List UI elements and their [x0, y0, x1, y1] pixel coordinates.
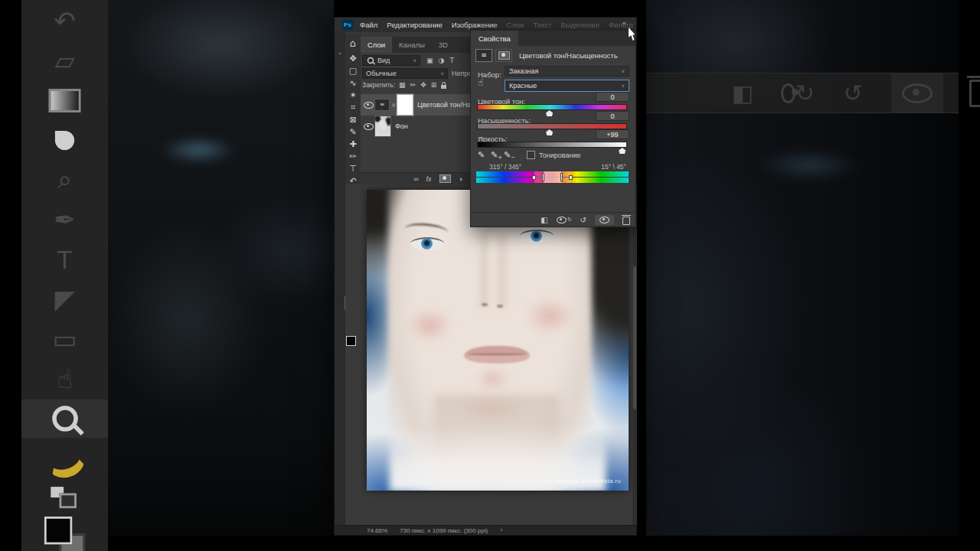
adjustment-layer-thumbnail[interactable]: ≡ [374, 99, 390, 111]
preset-select[interactable]: Заказная ∨ [505, 66, 629, 77]
new-adjustment-layer-icon[interactable]: ◑ [459, 175, 462, 183]
filter-type-layers-icon[interactable]: T [449, 57, 454, 64]
hue-slider[interactable] [477, 104, 627, 110]
layer-name[interactable]: Фон [395, 122, 408, 130]
targeted-adjustment-hand-icon[interactable]: ☝ [478, 78, 483, 87]
reset-icon[interactable]: ↺ [580, 216, 586, 224]
letterbox-bottom [108, 536, 959, 551]
range-handle-inner-left[interactable] [542, 173, 544, 181]
saturation-slider[interactable] [477, 123, 627, 129]
tab-channels[interactable]: Каналы [392, 37, 432, 53]
range-left-value: 315° / 345° [489, 163, 521, 171]
lock-icons[interactable]: ▦ ✏ ✥ ⊞ [399, 82, 446, 89]
menu-item-7[interactable]: Фильтр [609, 21, 633, 29]
mask-icon[interactable] [495, 49, 512, 62]
blend-mode-select[interactable]: Обычные ∨ [362, 68, 448, 79]
range-handle-inner-right[interactable] [560, 173, 563, 181]
lightness-slider[interactable] [477, 142, 627, 148]
menu-item-4[interactable]: Слои [507, 21, 524, 29]
layer-effects-icon[interactable]: fx [426, 175, 432, 183]
clone-stamp-tool[interactable]: ⊤ [345, 162, 361, 174]
frame-tool[interactable]: ⊠ [345, 113, 361, 126]
home-button[interactable]: ⌂ [345, 34, 361, 52]
mask-link-icon[interactable]: ∞ [390, 102, 396, 109]
bg-hand-tool: ☝ [21, 360, 108, 398]
hue-range-labels: 315° / 345° 15° \ 45° [489, 163, 626, 171]
lightness-row: Яркость: +99 [478, 131, 635, 141]
menu-item-2[interactable]: Редактирование [387, 21, 442, 29]
channel-select[interactable]: Красные ∨ [505, 80, 629, 92]
expand-dock-icon[interactable]: » [338, 51, 341, 57]
layer-row-adjustment[interactable]: ≡ ∞ Цветовой тон/Насыщенность [361, 94, 470, 116]
range-handle-outer-left[interactable] [532, 175, 536, 180]
lips [464, 346, 530, 364]
filter-kind-icons[interactable]: ▣ ◑ T [426, 57, 454, 64]
filter-adjustment-layers-icon[interactable]: ◑ [439, 57, 445, 64]
eyedropper-icon[interactable]: ✎ [478, 151, 491, 159]
blend-mode-row: Обычные ∨ Непрозрачность [362, 68, 470, 79]
clip-to-layer-icon[interactable]: ◧ [541, 216, 547, 224]
layer-mask-thumbnail[interactable] [397, 94, 413, 116]
move-tool[interactable]: ✥ [345, 52, 361, 64]
lock-transparent-icon[interactable]: ▦ [399, 82, 406, 89]
magic-wand-tool[interactable]: ✶ [345, 89, 361, 101]
layer-filter-select[interactable]: Вид ∨ [362, 55, 420, 66]
filter-pixel-layers-icon[interactable]: ▣ [426, 57, 433, 64]
range-handle-outer-right[interactable] [569, 175, 573, 180]
lightness-slider-thumb[interactable] [619, 148, 626, 154]
adjustment-settings-icon[interactable]: ≡ [475, 49, 492, 62]
lock-artboard-icon[interactable]: ⊞ [431, 82, 437, 89]
bg-gradient-tool [21, 81, 108, 119]
document-photo[interactable]: © amarga, kosmetista.ru [367, 190, 629, 491]
layer-visibility-eye-icon[interactable] [364, 102, 374, 109]
colorize-checkbox[interactable] [527, 151, 535, 159]
status-expander-icon[interactable]: › [500, 527, 502, 533]
scrollbar-thumb[interactable] [633, 266, 636, 409]
tab-properties[interactable]: Свойства [471, 31, 518, 46]
healing-brush-tool[interactable]: ✚ [345, 138, 361, 150]
eyedropper-tool[interactable]: ✎ [345, 126, 361, 138]
range-right-value: 15° \ 45° [601, 163, 626, 171]
layer-name[interactable]: Цветовой тон/Насыщенность [417, 101, 470, 109]
lock-paint-icon[interactable]: ✏ [410, 82, 416, 89]
delete-icon[interactable] [622, 215, 630, 225]
bg-pen-tool: ✒ [21, 201, 108, 239]
eye-icon[interactable] [595, 215, 614, 225]
bg-clip-to-layer-icon: ◧ [726, 73, 760, 112]
vertical-scrollbar[interactable] [632, 184, 637, 526]
tab-layers[interactable]: Слои [361, 37, 392, 53]
tab-3d[interactable]: 3D [432, 37, 455, 53]
menu-item-5[interactable]: Текст [534, 21, 552, 29]
crop-tool[interactable]: ⌗ [345, 101, 361, 113]
collapse-panels-icon[interactable]: « [622, 20, 626, 27]
eyedropper-subtract-icon[interactable]: ✎− [504, 151, 517, 159]
link-layers-icon[interactable]: ∞ [413, 175, 418, 183]
bg-delete-icon [965, 73, 980, 112]
bg-type-tool: T [21, 240, 108, 279]
menu-item-6[interactable]: Выделение [561, 21, 599, 29]
bg-eye-icon [891, 73, 943, 112]
add-mask-icon[interactable] [439, 174, 451, 183]
lock-all-icon[interactable] [441, 85, 446, 89]
chevron-down-icon: ∨ [619, 83, 625, 88]
canvas-area[interactable]: © amarga, kosmetista.ru [345, 184, 637, 526]
hue-value-field[interactable]: 0 [596, 92, 629, 102]
menu-item-3[interactable]: Изображение [452, 21, 498, 29]
view-previous-state-icon[interactable]: ↻ [557, 217, 572, 223]
eyedropper-add-icon[interactable]: ✎+ [491, 151, 504, 159]
menu-item-1[interactable]: Файл [360, 21, 377, 29]
saturation-value-field[interactable]: 0 [596, 111, 629, 121]
layer-visibility-eye-icon[interactable] [364, 123, 374, 130]
zoom-level[interactable]: 74.66% [367, 527, 387, 534]
brush-tool[interactable]: ✏ [345, 150, 361, 162]
layer-image-thumbnail[interactable] [374, 116, 391, 137]
layers-panel-footer: ∞fx◑ [361, 172, 470, 184]
properties-panel: Свойства ≡ Цветовой тон/Насыщенность Наб… [470, 30, 636, 227]
photoshop-logo-icon: Ps [342, 20, 353, 30]
hue-range-ramps[interactable] [476, 171, 629, 183]
lasso-tool[interactable]: ∿ [345, 77, 361, 89]
layer-row-background[interactable]: Фон [361, 116, 470, 137]
marquee-tool[interactable]: ▢ [345, 64, 361, 77]
lightness-value-field[interactable]: +99 [596, 129, 629, 139]
lock-move-icon[interactable]: ✥ [420, 82, 426, 89]
